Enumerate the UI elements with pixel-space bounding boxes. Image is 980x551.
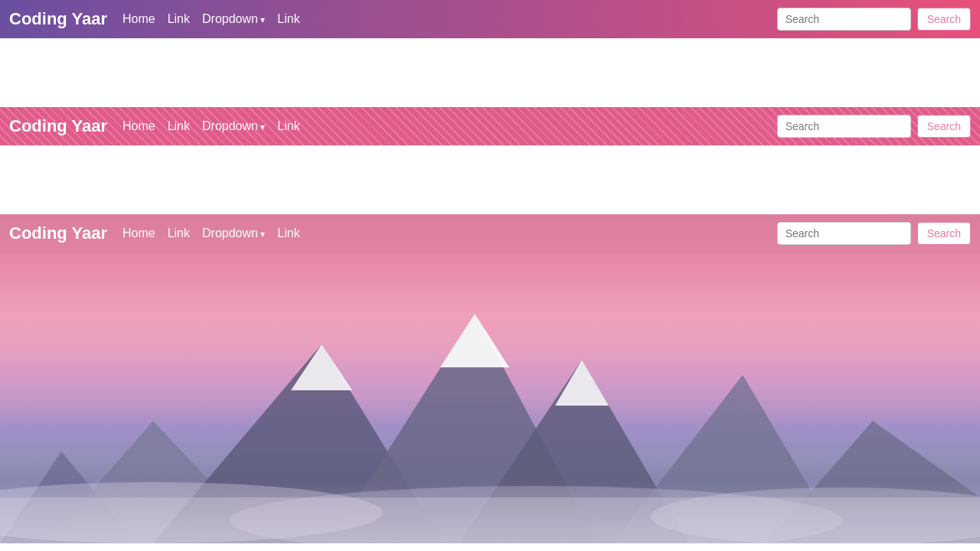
- nav-dropdown-1[interactable]: Dropdown: [202, 12, 265, 25]
- search-button-1[interactable]: Search: [917, 8, 971, 31]
- nav-home-2[interactable]: Home: [122, 119, 155, 132]
- search-form-2: Search: [777, 115, 971, 138]
- nav-home-1[interactable]: Home: [122, 12, 155, 25]
- nav-link2-2[interactable]: Link: [277, 119, 299, 132]
- nav-dropdown-2[interactable]: Dropdown: [202, 119, 265, 132]
- brand-1[interactable]: Coding Yaar: [9, 9, 107, 29]
- svg-marker-7: [555, 360, 609, 406]
- search-form-1: Search: [777, 8, 971, 31]
- navbar-2: Coding Yaar Home Link Dropdown Link Sear…: [0, 107, 980, 145]
- spacer-2: [0, 145, 980, 214]
- fog-layer: [0, 482, 980, 543]
- brand-3[interactable]: Coding Yaar: [9, 223, 107, 243]
- search-input-2[interactable]: [777, 115, 911, 138]
- nav-home-3[interactable]: Home: [122, 227, 155, 240]
- section-3: Coding Yaar Home Link Dropdown Link Sear…: [0, 214, 980, 543]
- navbar-1: Coding Yaar Home Link Dropdown Link Sear…: [0, 0, 980, 38]
- nav-links-1: Home Link Dropdown Link: [122, 12, 777, 26]
- search-button-3[interactable]: Search: [917, 222, 971, 245]
- nav-link-3[interactable]: Link: [168, 227, 190, 240]
- svg-marker-3: [291, 344, 352, 390]
- navbar-3: Coding Yaar Home Link Dropdown Link Sear…: [0, 214, 980, 253]
- brand-2[interactable]: Coding Yaar: [9, 116, 107, 136]
- nav-links-2: Home Link Dropdown Link: [122, 119, 777, 133]
- svg-marker-5: [440, 314, 509, 367]
- nav-link-1[interactable]: Link: [168, 12, 190, 25]
- search-input-1[interactable]: [777, 8, 911, 31]
- search-button-2[interactable]: Search: [917, 115, 971, 138]
- spacer-1: [0, 38, 980, 107]
- nav-link2-1[interactable]: Link: [277, 12, 299, 25]
- nav-link-2[interactable]: Link: [168, 119, 190, 132]
- nav-dropdown-3[interactable]: Dropdown: [202, 227, 265, 240]
- search-input-3[interactable]: [777, 222, 911, 245]
- nav-links-3: Home Link Dropdown Link: [122, 227, 777, 240]
- nav-link2-3[interactable]: Link: [277, 227, 299, 240]
- search-form-3: Search: [777, 222, 971, 245]
